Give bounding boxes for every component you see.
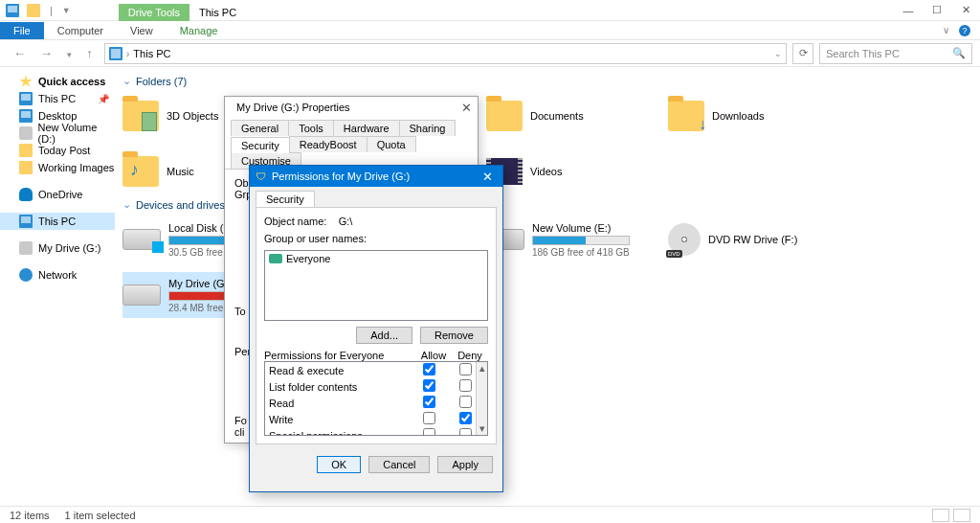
allow-checkbox[interactable] bbox=[423, 428, 435, 436]
back-button[interactable]: ← bbox=[8, 46, 32, 60]
breadcrumb[interactable]: This PC bbox=[133, 48, 170, 59]
ribbon-expand-icon[interactable]: ∨ bbox=[943, 25, 949, 35]
cancel-button[interactable]: Cancel bbox=[368, 456, 430, 473]
dialog-titlebar[interactable]: 🛡 Permissions for My Drive (G:) ✕ bbox=[250, 166, 502, 187]
permission-name: Read & execute bbox=[269, 365, 411, 376]
tab-sharing[interactable]: Sharing bbox=[399, 120, 457, 136]
location-icon bbox=[109, 47, 122, 60]
ok-button[interactable]: OK bbox=[317, 456, 361, 473]
shield-icon: 🛡 bbox=[256, 171, 266, 182]
nav-this-pc[interactable]: This PC📌 bbox=[0, 90, 115, 107]
search-icon: 🔍 bbox=[952, 47, 966, 59]
minimize-button[interactable]: — bbox=[894, 0, 923, 21]
view-details-button[interactable] bbox=[932, 509, 949, 522]
forward-button[interactable]: → bbox=[34, 46, 58, 60]
address-dropdown-icon[interactable]: ⌄ bbox=[774, 49, 782, 58]
tab-file[interactable]: File bbox=[0, 22, 44, 39]
cloud-icon bbox=[19, 188, 33, 201]
object-name-label: Object name: bbox=[264, 216, 326, 227]
tab-general[interactable]: General bbox=[231, 120, 289, 136]
tab-security[interactable]: Security bbox=[256, 191, 315, 207]
status-bar: 12 items 1 item selected bbox=[0, 506, 980, 523]
up-button[interactable]: ↑ bbox=[80, 46, 99, 60]
navigation-pane: Quick access This PC📌 Desktop New Volume… bbox=[0, 67, 115, 506]
address-bar-row: ← → ▾ ↑ › This PC ⌄ ⟳ Search This PC 🔍 bbox=[0, 40, 980, 67]
deny-checkbox[interactable] bbox=[459, 396, 472, 408]
tab-security[interactable]: Security bbox=[231, 137, 290, 153]
dialog-title: My Drive (G:) Properties bbox=[236, 102, 350, 113]
drive-icon bbox=[19, 241, 33, 255]
window-title: This PC bbox=[189, 4, 246, 21]
contextual-tab-drive-tools[interactable]: Drive Tools bbox=[119, 4, 189, 21]
app-icon bbox=[6, 4, 19, 17]
nav-quick-access[interactable]: Quick access bbox=[0, 73, 115, 90]
chevron-down-icon: ⌄ bbox=[122, 75, 132, 87]
address-bar[interactable]: › This PC ⌄ bbox=[104, 43, 787, 64]
allow-checkbox[interactable] bbox=[423, 363, 435, 375]
view-large-icons-button[interactable] bbox=[953, 509, 970, 522]
scroll-down-icon[interactable]: ▾ bbox=[477, 422, 487, 435]
folder-icon bbox=[122, 156, 159, 187]
desktop-icon bbox=[19, 109, 33, 123]
permissions-list: Read & execute List folder contents Read… bbox=[264, 361, 488, 436]
allow-checkbox[interactable] bbox=[423, 412, 435, 424]
nav-network[interactable]: Network bbox=[0, 266, 115, 284]
close-icon[interactable]: ✕ bbox=[478, 170, 497, 184]
allow-checkbox[interactable] bbox=[423, 379, 435, 392]
qat-save-icon[interactable] bbox=[27, 4, 40, 17]
pc-icon bbox=[19, 215, 33, 228]
allow-header: Allow bbox=[415, 350, 452, 361]
close-icon[interactable]: ✕ bbox=[461, 101, 472, 115]
apply-button[interactable]: Apply bbox=[437, 456, 493, 473]
qat-dropdown-icon[interactable]: ▼ bbox=[62, 6, 71, 15]
allow-checkbox[interactable] bbox=[423, 396, 435, 408]
deny-checkbox[interactable] bbox=[459, 363, 472, 375]
close-button[interactable]: ✕ bbox=[951, 0, 980, 21]
folder-icon bbox=[19, 161, 33, 174]
tab-readyboost[interactable]: ReadyBoost bbox=[289, 136, 368, 152]
remove-button[interactable]: Remove bbox=[420, 327, 488, 344]
deny-checkbox[interactable] bbox=[459, 428, 472, 436]
user-everyone[interactable]: Everyone bbox=[269, 253, 483, 264]
permission-name: List folder contents bbox=[269, 381, 411, 393]
nav-new-volume-d[interactable]: New Volume (D:) bbox=[0, 125, 115, 142]
search-box[interactable]: Search This PC 🔍 bbox=[819, 43, 972, 64]
nav-onedrive[interactable]: OneDrive bbox=[0, 186, 115, 203]
tab-computer[interactable]: Computer bbox=[44, 22, 117, 39]
folder-videos[interactable]: Videos bbox=[486, 148, 668, 194]
nav-this-pc-main[interactable]: This PC bbox=[0, 213, 115, 230]
scroll-up-icon[interactable]: ▴ bbox=[477, 362, 487, 375]
dialog-title: Permissions for My Drive (G:) bbox=[272, 171, 410, 182]
folder-documents[interactable]: Documents bbox=[486, 93, 668, 139]
tab-hardware[interactable]: Hardware bbox=[333, 120, 400, 136]
dvd-icon bbox=[668, 223, 701, 256]
drive-f[interactable]: DVD RW Drive (F:) bbox=[668, 216, 850, 262]
add-button[interactable]: Add... bbox=[356, 327, 412, 344]
permissions-dialog: 🛡 Permissions for My Drive (G:) ✕ Securi… bbox=[249, 165, 503, 492]
deny-header: Deny bbox=[452, 350, 488, 361]
folder-downloads[interactable]: Downloads bbox=[668, 93, 850, 139]
section-folders[interactable]: ⌄Folders (7) bbox=[122, 75, 972, 87]
help-icon[interactable]: ? bbox=[959, 25, 970, 36]
chevron-down-icon: ⌄ bbox=[122, 198, 132, 211]
nav-my-drive[interactable]: My Drive (G:) bbox=[0, 239, 115, 257]
tab-tools[interactable]: Tools bbox=[288, 120, 334, 136]
user-names-list[interactable]: Everyone bbox=[264, 250, 488, 321]
drive-e[interactable]: New Volume (E:)186 GB free of 418 GB bbox=[486, 216, 668, 262]
qat-separator: | bbox=[48, 5, 55, 16]
drive-icon bbox=[122, 229, 161, 250]
recent-locations-button[interactable]: ▾ bbox=[61, 50, 78, 59]
permission-name: Write bbox=[269, 414, 411, 425]
nav-working-images[interactable]: Working Images bbox=[0, 159, 115, 176]
deny-checkbox[interactable] bbox=[459, 412, 472, 424]
chevron-right-icon[interactable]: › bbox=[126, 48, 130, 59]
deny-checkbox[interactable] bbox=[459, 379, 472, 392]
refresh-button[interactable]: ⟳ bbox=[792, 43, 813, 64]
scrollbar[interactable]: ▴▾ bbox=[476, 362, 487, 435]
network-icon bbox=[19, 268, 33, 282]
tab-quota[interactable]: Quota bbox=[367, 136, 416, 152]
tab-view[interactable]: View bbox=[117, 22, 167, 39]
permission-name: Read bbox=[269, 398, 411, 409]
maximize-button[interactable]: ☐ bbox=[923, 0, 951, 21]
tab-manage[interactable]: Manage bbox=[167, 22, 232, 39]
